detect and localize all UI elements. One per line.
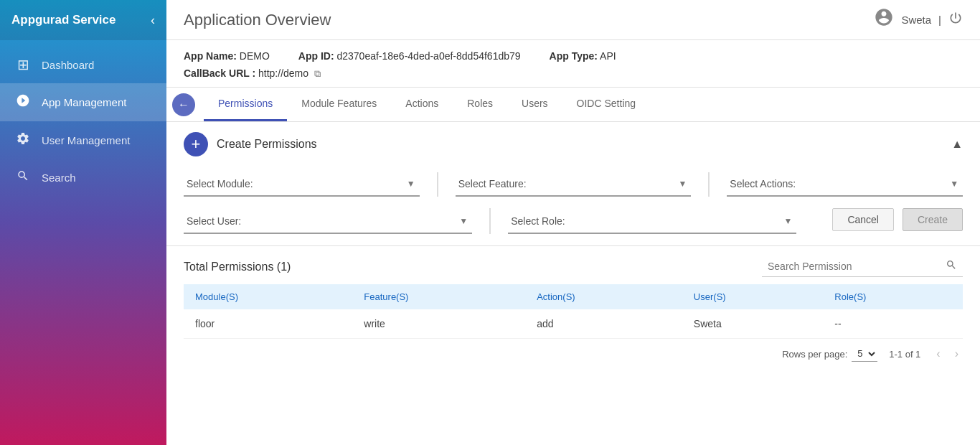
- col-user: User(S): [682, 284, 823, 309]
- cell-action: add: [525, 309, 682, 339]
- app-name-info: App Name: DEMO: [184, 50, 270, 62]
- select-feature[interactable]: Select Feature:: [456, 172, 692, 195]
- create-plus-icon[interactable]: +: [184, 132, 208, 156]
- tab-oidc-setting[interactable]: OIDC Setting: [562, 88, 650, 121]
- select-feature-wrapper: Select Feature: ▼: [456, 172, 692, 197]
- copy-icon[interactable]: ⧉: [314, 68, 321, 79]
- divider-3: [489, 208, 491, 234]
- table-top: Total Permissions (1): [184, 246, 963, 284]
- form-row-1: Select Module: ▼ Select Feature: ▼: [184, 172, 963, 197]
- sidebar-item-label-app-management: App Management: [42, 96, 126, 108]
- page-navigation: ‹ ›: [932, 346, 963, 362]
- action-buttons: Cancel Create: [832, 208, 963, 234]
- table-row: floorwriteaddSweta--: [184, 309, 963, 339]
- select-actions[interactable]: Select Actions:: [727, 172, 963, 195]
- search-icon-inline: [946, 259, 957, 273]
- select-actions-wrapper: Select Actions: ▼: [727, 172, 963, 197]
- app-info-bar: App Name: DEMO App ID: d2370eaf-18e6-4de…: [166, 40, 980, 88]
- header-right: Sweta |: [874, 7, 963, 32]
- app-management-icon: [14, 93, 32, 111]
- cell-role: --: [823, 309, 963, 339]
- permissions-table-section: Total Permissions (1) Module(S) Feature(…: [166, 246, 980, 369]
- sidebar-nav: ⊞ Dashboard App Management User Manageme…: [0, 46, 166, 196]
- user-name: Sweta: [901, 14, 931, 26]
- content-area: + Create Permissions ▲ Select Module: ▼: [166, 122, 980, 445]
- search-box: [762, 256, 963, 277]
- collapse-icon[interactable]: ▲: [951, 138, 963, 151]
- top-header: Application Overview Sweta |: [166, 0, 980, 40]
- form-row-2: Select User: ▼ Select Role: ▼ Cancel: [184, 208, 963, 234]
- sidebar-item-label-dashboard: Dashboard: [42, 59, 94, 71]
- rows-per-page-label: Rows per page:: [782, 349, 847, 360]
- prev-page-button[interactable]: ‹: [932, 346, 944, 362]
- pagination: Rows per page: 5 1-1 of 1 ‹ ›: [184, 339, 963, 369]
- cancel-button[interactable]: Cancel: [832, 208, 894, 231]
- tab-module-features[interactable]: Module Features: [287, 88, 391, 121]
- total-permissions-label: Total Permissions (1): [184, 261, 291, 273]
- avatar-icon: [874, 7, 894, 32]
- sidebar-header: Appgurad Service ‹: [0, 0, 166, 40]
- sidebar-item-dashboard[interactable]: ⊞ Dashboard: [0, 46, 166, 83]
- search-icon: [14, 169, 32, 186]
- sidebar-item-user-management[interactable]: User Management: [0, 121, 166, 159]
- sidebar-item-search[interactable]: Search: [0, 159, 166, 196]
- create-permissions-form: Select Module: ▼ Select Feature: ▼: [166, 167, 980, 245]
- search-input[interactable]: [768, 261, 940, 272]
- cell-feature: write: [352, 309, 525, 339]
- cell-user: Sweta: [682, 309, 823, 339]
- create-header-left: + Create Permissions: [184, 132, 317, 156]
- user-management-icon: [14, 131, 32, 149]
- page-title: Application Overview: [184, 11, 331, 29]
- sidebar-item-label-user-management: User Management: [42, 134, 130, 146]
- sidebar-toggle-icon[interactable]: ‹: [151, 13, 155, 28]
- power-icon[interactable]: [948, 11, 963, 29]
- sidebar: Appgurad Service ‹ ⊞ Dashboard App Manag…: [0, 0, 166, 445]
- create-permissions-section: + Create Permissions ▲ Select Module: ▼: [166, 122, 980, 246]
- back-button[interactable]: ←: [172, 93, 195, 116]
- select-role-wrapper: Select Role: ▼: [508, 210, 796, 234]
- dashboard-icon: ⊞: [14, 56, 32, 73]
- tab-users[interactable]: Users: [507, 88, 562, 121]
- col-feature: Feature(S): [352, 284, 525, 309]
- page-info: 1-1 of 1: [889, 349, 920, 360]
- sidebar-title: Appgurad Service: [11, 13, 116, 27]
- divider-2: [708, 172, 710, 197]
- col-role: Role(S): [823, 284, 963, 309]
- rows-per-page: Rows per page: 5: [782, 346, 877, 362]
- permissions-table: Module(S) Feature(S) Action(S) User(S) R…: [184, 284, 963, 339]
- create-button[interactable]: Create: [903, 208, 963, 231]
- callback-info: CallBack URL : http://demo ⧉: [184, 67, 963, 80]
- sidebar-item-app-management[interactable]: App Management: [0, 83, 166, 121]
- main-content: Application Overview Sweta | App Name: D…: [166, 0, 980, 445]
- app-type-info: App Type: API: [550, 50, 616, 62]
- sidebar-item-label-search: Search: [42, 172, 76, 184]
- select-user[interactable]: Select User:: [184, 210, 472, 233]
- select-role[interactable]: Select Role:: [508, 210, 796, 233]
- col-module: Module(S): [184, 284, 352, 309]
- select-module-wrapper: Select Module: ▼: [184, 172, 420, 197]
- rows-per-page-select[interactable]: 5: [852, 346, 877, 362]
- tabs-bar: ← Permissions Module Features Actions Ro…: [166, 88, 980, 122]
- app-id-info: App ID: d2370eaf-18e6-4ded-a0ef-8dd54f61…: [298, 50, 521, 62]
- create-permissions-label: Create Permissions: [217, 138, 317, 151]
- select-module[interactable]: Select Module:: [184, 172, 420, 195]
- select-user-wrapper: Select User: ▼: [184, 210, 472, 234]
- tab-actions[interactable]: Actions: [391, 88, 453, 121]
- next-page-button[interactable]: ›: [951, 346, 963, 362]
- cell-module: floor: [184, 309, 352, 339]
- table-header-row: Module(S) Feature(S) Action(S) User(S) R…: [184, 284, 963, 309]
- divider-1: [437, 172, 438, 197]
- create-permissions-header: + Create Permissions ▲: [166, 122, 980, 167]
- tab-permissions[interactable]: Permissions: [204, 88, 287, 121]
- col-action: Action(S): [525, 284, 682, 309]
- tab-roles[interactable]: Roles: [453, 88, 507, 121]
- header-separator: |: [938, 14, 941, 26]
